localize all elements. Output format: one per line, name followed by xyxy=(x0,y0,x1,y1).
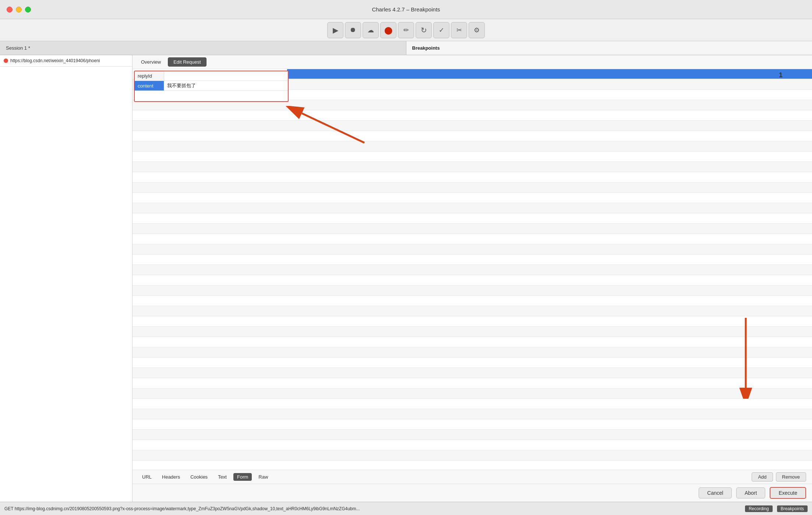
session-tab[interactable]: Session 1 * xyxy=(0,41,406,55)
execute-button[interactable]: Execute xyxy=(770,487,806,499)
table-row xyxy=(133,347,812,358)
tab-url[interactable]: URL xyxy=(138,473,155,481)
table-row xyxy=(133,419,812,430)
blue-selected-row xyxy=(287,69,812,79)
content-value[interactable]: 我不要抓包了 xyxy=(164,81,288,90)
minimize-button[interactable] xyxy=(16,7,22,13)
tab-raw[interactable]: Raw xyxy=(255,473,272,481)
reply-id-value[interactable] xyxy=(164,71,288,81)
breakpoints-tab[interactable]: Breakpoints xyxy=(406,41,812,55)
table-row xyxy=(133,203,812,213)
table-row xyxy=(133,193,812,203)
bottom-tabs-row: URL Headers Cookies Text Form Raw Add Re… xyxy=(133,470,812,484)
table-row xyxy=(133,285,812,296)
tab-form[interactable]: Form xyxy=(233,473,252,481)
table-row xyxy=(133,234,812,244)
table-row xyxy=(133,141,812,152)
table-row xyxy=(133,327,812,337)
check-icon[interactable]: ✓ xyxy=(433,22,449,38)
window-title: Charles 4.2.7 – Breakpoints xyxy=(372,6,440,13)
abort-button[interactable]: Abort xyxy=(736,487,765,498)
table-row xyxy=(133,306,812,316)
table-row xyxy=(133,296,812,306)
gear-icon[interactable]: ⚙ xyxy=(469,22,485,38)
tab-headers[interactable]: Headers xyxy=(158,473,184,481)
close-button[interactable] xyxy=(7,7,13,13)
table-row xyxy=(133,131,812,141)
table-row xyxy=(133,337,812,347)
empty-row xyxy=(135,91,288,101)
tab-edit-request[interactable]: Edit Request xyxy=(168,57,206,67)
stop-icon[interactable]: ⬤ xyxy=(380,22,396,38)
table-row xyxy=(133,409,812,419)
sidebar-url-row: https://blog.csdn.net/weixin_44019406/ph… xyxy=(0,55,132,67)
table-row xyxy=(133,172,812,182)
maximize-button[interactable] xyxy=(25,7,31,13)
reply-id-row: replyId xyxy=(135,71,288,81)
table-row xyxy=(133,121,812,131)
tab-text[interactable]: Text xyxy=(214,473,230,481)
tab-cookies[interactable]: Cookies xyxy=(187,473,211,481)
table-row xyxy=(133,182,812,193)
stripe-container xyxy=(133,69,812,461)
cloud-icon[interactable]: ☁ xyxy=(363,22,379,38)
tab-bar: Session 1 * Breakpoints xyxy=(0,41,812,55)
remove-button[interactable]: Remove xyxy=(776,472,806,482)
add-remove-area: Add Remove xyxy=(752,472,806,482)
sidebar: https://blog.csdn.net/weixin_44019406/ph… xyxy=(0,55,133,502)
cancel-button[interactable]: Cancel xyxy=(699,487,732,498)
table-row xyxy=(133,162,812,172)
annotation-number-1: 1 xyxy=(779,71,783,79)
data-rows: 1 replyId conte xyxy=(133,69,812,470)
breakpoints-tab-label: Breakpoints xyxy=(412,45,440,51)
pen-icon[interactable]: ✏ xyxy=(398,22,414,38)
table-row xyxy=(133,378,812,388)
add-button[interactable]: Add xyxy=(752,472,773,482)
table-row xyxy=(133,265,812,275)
table-row xyxy=(133,358,812,368)
main-area: Overview Edit Request 1 repl xyxy=(133,55,812,502)
form-area: 1 replyId conte xyxy=(133,69,812,502)
session-tab-label: Session 1 * xyxy=(6,45,30,51)
table-row xyxy=(133,399,812,409)
table-row xyxy=(133,440,812,450)
breakpoints-pill[interactable]: Breakpoints xyxy=(777,505,808,512)
table-row xyxy=(133,368,812,378)
sidebar-url-text: https://blog.csdn.net/weixin_44019406/ph… xyxy=(10,58,100,63)
param-table: replyId content 我不要抓包了 xyxy=(134,71,289,102)
toolbar: ▶ ⏺ ☁ ⬤ ✏ ↻ ✓ ✂ ⚙ xyxy=(0,19,812,41)
tools-icon[interactable]: ✂ xyxy=(451,22,467,38)
content-row: content 我不要抓包了 xyxy=(135,81,288,91)
reply-id-key: replyId xyxy=(135,71,164,81)
traffic-lights xyxy=(7,7,31,13)
action-row: Cancel Abort Execute 2 xyxy=(133,484,812,502)
arrow-right-icon[interactable]: ▶ xyxy=(327,22,343,38)
content-key: content xyxy=(135,81,164,90)
title-bar: Charles 4.2.7 – Breakpoints xyxy=(0,0,812,19)
param-table-container: replyId content 我不要抓包了 xyxy=(134,71,292,102)
status-bar: GET https://img-blog.csdnimg.cn/20190805… xyxy=(0,502,812,515)
record-icon[interactable]: ⏺ xyxy=(345,22,361,38)
content-area: https://blog.csdn.net/weixin_44019406/ph… xyxy=(0,55,812,502)
table-row xyxy=(133,152,812,162)
table-row xyxy=(133,450,812,461)
status-bar-url: GET https://img-blog.csdnimg.cn/20190805… xyxy=(4,506,741,511)
table-row xyxy=(133,110,812,121)
recording-pill[interactable]: Recording xyxy=(745,505,773,512)
sub-tabs: Overview Edit Request xyxy=(133,55,812,69)
table-row xyxy=(133,244,812,255)
table-row xyxy=(133,388,812,399)
table-row xyxy=(133,213,812,224)
table-row xyxy=(133,255,812,265)
table-row xyxy=(133,316,812,327)
table-row xyxy=(133,224,812,234)
refresh-icon[interactable]: ↻ xyxy=(416,22,432,38)
table-row xyxy=(133,275,812,285)
error-dot-icon xyxy=(4,58,8,63)
tab-overview[interactable]: Overview xyxy=(135,57,166,67)
table-row xyxy=(133,430,812,440)
